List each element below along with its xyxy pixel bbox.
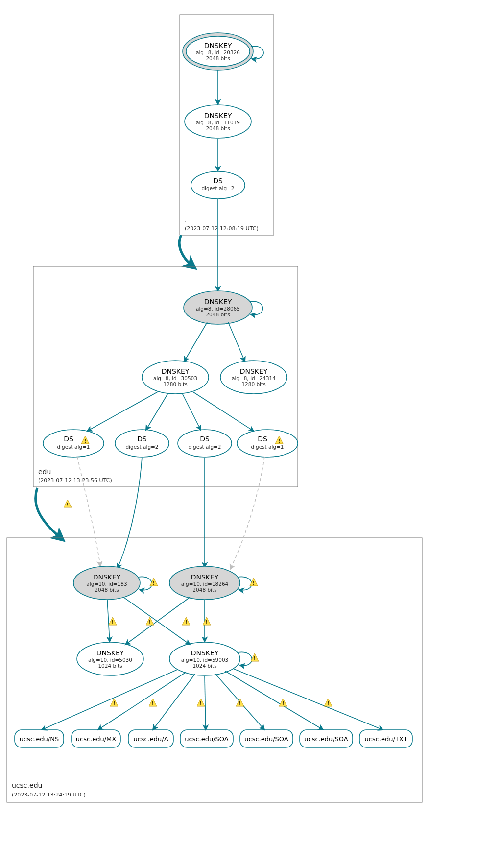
svg-text:ucsc.edu/SOA: ucsc.edu/SOA <box>185 735 229 743</box>
svg-text:2048 bits: 2048 bits <box>206 312 230 317</box>
record-a: ucsc.edu/A <box>128 730 173 747</box>
record-txt: ucsc.edu/TXT <box>359 730 412 747</box>
warning-icon: ! <box>150 578 158 586</box>
node-edu-ds1: DS digest alg=1 <box>43 430 104 457</box>
svg-text:digest alg=2: digest alg=2 <box>201 185 234 191</box>
svg-text:alg=10, id=5030: alg=10, id=5030 <box>88 657 132 663</box>
node-edu-ds2: DS digest alg=2 <box>115 430 169 457</box>
warning-icon: ! <box>279 699 287 707</box>
svg-text:DNSKEY: DNSKEY <box>162 367 190 375</box>
svg-text:DNSKEY: DNSKEY <box>240 367 268 375</box>
svg-text:!: ! <box>205 619 208 626</box>
svg-text:DS: DS <box>258 435 267 443</box>
zone-arrow-edu-to-ucsc <box>36 488 62 539</box>
node-root-ksk: DNSKEY alg=8, id=20326 2048 bits <box>183 33 253 70</box>
svg-text:!: ! <box>282 700 284 707</box>
svg-text:DS: DS <box>200 435 210 443</box>
svg-text:!: ! <box>199 700 202 707</box>
warning-icon: ! <box>64 500 72 508</box>
svg-text:digest alg=1: digest alg=1 <box>251 444 284 450</box>
svg-text:!: ! <box>148 619 151 626</box>
svg-text:!: ! <box>111 619 114 626</box>
svg-text:2048 bits: 2048 bits <box>206 125 230 131</box>
record-ns: ucsc.edu/NS <box>15 730 64 747</box>
svg-text:digest alg=2: digest alg=2 <box>125 444 158 450</box>
svg-text:!: ! <box>239 700 241 707</box>
svg-text:DS: DS <box>64 435 73 443</box>
zone-ucsc-label: ucsc.edu <box>12 781 42 789</box>
svg-text:ucsc.edu/A: ucsc.edu/A <box>133 735 168 743</box>
svg-text:digest alg=1: digest alg=1 <box>57 444 90 450</box>
node-ucsc-ksk2: DNSKEY alg=10, id=18264 2048 bits <box>169 566 240 600</box>
svg-text:!: ! <box>252 580 255 586</box>
zone-edu-timestamp: (2023-07-12 13:23:56 UTC) <box>38 477 112 483</box>
svg-text:2048 bits: 2048 bits <box>95 587 119 593</box>
svg-text:alg=10, id=183: alg=10, id=183 <box>86 581 127 587</box>
svg-text:DNSKEY: DNSKEY <box>93 573 121 581</box>
svg-text:DNSKEY: DNSKEY <box>204 298 232 306</box>
node-ucsc-zsk2: DNSKEY alg=10, id=59003 1024 bits <box>169 642 240 675</box>
svg-text:1280 bits: 1280 bits <box>163 381 187 387</box>
svg-text:!: ! <box>185 619 187 626</box>
svg-text:!: ! <box>253 655 256 662</box>
svg-point-35 <box>237 430 298 457</box>
svg-text:alg=10, id=18264: alg=10, id=18264 <box>181 581 229 587</box>
svg-text:alg=8, id=24314: alg=8, id=24314 <box>232 375 276 381</box>
svg-text:1024 bits: 1024 bits <box>98 663 122 669</box>
warning-icon: ! <box>182 617 190 626</box>
svg-text:!: ! <box>84 438 86 444</box>
node-root-ds: DS digest alg=2 <box>191 171 245 199</box>
svg-text:!: ! <box>113 700 115 707</box>
svg-text:ucsc.edu/MX: ucsc.edu/MX <box>76 735 117 743</box>
warning-icon: ! <box>110 699 118 707</box>
svg-point-26 <box>43 430 104 457</box>
svg-text:DNSKEY: DNSKEY <box>204 112 232 120</box>
zone-ucsc: ucsc.edu (2023-07-12 13:24:19 UTC) DNSKE… <box>7 457 422 802</box>
svg-text:ucsc.edu/SOA: ucsc.edu/SOA <box>244 735 288 743</box>
svg-text:alg=8, id=28065: alg=8, id=28065 <box>196 306 240 312</box>
svg-text:!: ! <box>278 438 280 444</box>
warning-icon: ! <box>149 699 157 707</box>
warning-icon: ! <box>109 617 117 626</box>
svg-text:1280 bits: 1280 bits <box>241 381 265 387</box>
svg-text:!: ! <box>327 700 329 707</box>
zone-root-timestamp: (2023-07-12 12:08:19 UTC) <box>185 225 259 232</box>
svg-text:ucsc.edu/TXT: ucsc.edu/TXT <box>365 735 407 743</box>
record-soa-2: ucsc.edu/SOA <box>240 730 293 747</box>
zone-edu: edu (2023-07-12 13:23:56 UTC) DNSKEY alg… <box>33 199 298 487</box>
zone-edu-label: edu <box>38 468 51 476</box>
svg-text:DNSKEY: DNSKEY <box>204 42 232 49</box>
svg-text:!: ! <box>152 580 155 586</box>
svg-text:2048 bits: 2048 bits <box>206 55 230 61</box>
zone-ucsc-timestamp: (2023-07-12 13:24:19 UTC) <box>12 792 86 798</box>
svg-text:digest alg=2: digest alg=2 <box>188 444 221 450</box>
node-edu-ds4: DS digest alg=1 <box>237 430 298 457</box>
node-edu-ksk: DNSKEY alg=8, id=28065 2048 bits <box>184 291 252 324</box>
record-soa-3: ucsc.edu/SOA <box>300 730 353 747</box>
warning-icon: ! <box>146 617 154 626</box>
node-edu-ds3: DS digest alg=2 <box>178 430 232 457</box>
node-edu-zsk1: DNSKEY alg=8, id=30503 1280 bits <box>142 361 209 394</box>
record-mx: ucsc.edu/MX <box>72 730 120 747</box>
svg-text:alg=8, id=11019: alg=8, id=11019 <box>196 120 240 125</box>
node-ucsc-zsk1: DNSKEY alg=10, id=5030 1024 bits <box>77 642 143 675</box>
svg-point-32 <box>178 430 232 457</box>
svg-text:2048 bits: 2048 bits <box>192 587 216 593</box>
svg-text:ucsc.edu/SOA: ucsc.edu/SOA <box>304 735 348 743</box>
svg-text:alg=8, id=20326: alg=8, id=20326 <box>196 49 240 55</box>
warning-icon: ! <box>250 578 258 586</box>
svg-text:DNSKEY: DNSKEY <box>96 649 124 657</box>
svg-text:DS: DS <box>137 435 147 443</box>
warning-icon: ! <box>236 699 244 707</box>
record-soa-1: ucsc.edu/SOA <box>180 730 233 747</box>
warning-icon: ! <box>324 699 332 707</box>
svg-text:DNSKEY: DNSKEY <box>191 649 219 657</box>
svg-text:DNSKEY: DNSKEY <box>191 573 219 581</box>
zone-root: . (2023-07-12 12:08:19 UTC) DNSKEY alg=8… <box>180 15 274 235</box>
node-ucsc-ksk1: DNSKEY alg=10, id=183 2048 bits <box>73 566 140 600</box>
zone-root-label: . <box>185 216 187 224</box>
warning-icon: ! <box>197 699 205 707</box>
dnssec-diagram: . (2023-07-12 12:08:19 UTC) DNSKEY alg=8… <box>0 0 501 868</box>
svg-text:alg=8, id=30503: alg=8, id=30503 <box>153 375 197 381</box>
svg-text:!: ! <box>66 502 69 508</box>
